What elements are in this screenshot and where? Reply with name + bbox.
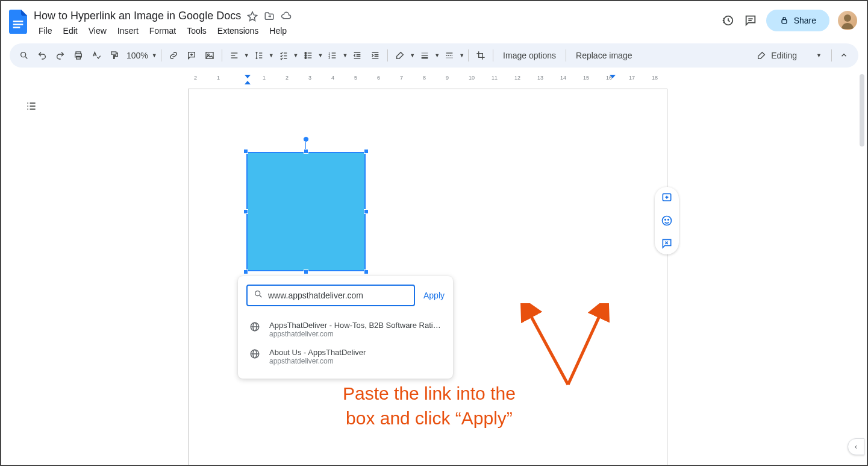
insert-link-icon[interactable] — [165, 47, 182, 64]
svg-point-31 — [305, 57, 307, 59]
vertical-scrollbar[interactable] — [858, 71, 866, 464]
ruler-tick: 6 — [377, 75, 380, 81]
insert-image-icon[interactable] — [201, 47, 218, 64]
first-line-indent[interactable] — [245, 75, 251, 78]
editing-label: Editing — [771, 51, 797, 60]
suggest-edits-icon[interactable] — [660, 236, 674, 251]
bullets-dropdown[interactable]: ▼ — [300, 47, 323, 64]
undo-icon[interactable] — [34, 47, 51, 64]
resize-handle-br[interactable] — [364, 269, 369, 274]
suggestion-text: AppsThatDeliver - How-Tos, B2B Software … — [269, 321, 442, 338]
menu-tools[interactable]: Tools — [182, 24, 211, 38]
ruler-tick: 18 — [652, 75, 658, 81]
numbers-dropdown[interactable]: 123▼ — [324, 47, 348, 64]
ruler-tick: 8 — [423, 75, 426, 81]
menu-edit[interactable]: Edit — [58, 24, 83, 38]
checklist-dropdown[interactable]: ▼ — [275, 47, 299, 64]
suggestion-url: appsthatdeliver.com — [269, 357, 366, 365]
border-color-dropdown[interactable]: ▼ — [392, 47, 415, 64]
ruler-tick: 14 — [560, 75, 566, 81]
print-icon[interactable] — [70, 47, 87, 64]
doc-title[interactable]: How to Hyperlink an Image in Google Docs — [34, 10, 241, 22]
docs-logo[interactable] — [6, 10, 30, 34]
menu-insert[interactable]: Insert — [113, 24, 143, 38]
resize-handle-tl[interactable] — [243, 149, 248, 154]
link-url-input[interactable] — [268, 291, 408, 300]
chevron-down-icon: ▼ — [342, 52, 348, 58]
chevron-down-icon: ▼ — [152, 52, 157, 58]
border-weight-dropdown[interactable]: ▼ — [416, 47, 440, 64]
apply-button[interactable]: Apply — [423, 291, 445, 300]
ruler-tick: 17 — [629, 75, 635, 81]
svg-point-74 — [665, 219, 666, 221]
link-popup: Apply AppsThatDeliver - How-Tos, B2B Sof… — [238, 276, 453, 379]
menu-view[interactable]: View — [84, 24, 111, 38]
vertical-ruler[interactable] — [2, 89, 12, 465]
toolbar: 100% ▼ ▼ ▼ ▼ ▼ 123▼ ▼ ▼ ▼ Image options … — [10, 43, 858, 68]
cloud-icon[interactable] — [281, 11, 292, 22]
linespacing-dropdown[interactable]: ▼ — [251, 47, 274, 64]
image-options-button[interactable]: Image options — [497, 51, 562, 60]
menu-file[interactable]: File — [34, 24, 57, 38]
redo-icon[interactable] — [52, 47, 69, 64]
align-dropdown[interactable]: ▼ — [226, 47, 249, 64]
svg-point-7 — [844, 14, 851, 22]
editing-mode-button[interactable]: Editing ▼ — [751, 51, 828, 60]
share-button[interactable]: Share — [766, 10, 829, 31]
annotation-text: Paste the link into the box and click “A… — [343, 382, 516, 430]
bullets-icon — [300, 47, 317, 64]
history-icon[interactable] — [720, 13, 735, 28]
avatar[interactable] — [838, 11, 857, 30]
chevron-down-icon: ▼ — [434, 52, 440, 58]
menu-extensions[interactable]: Extensions — [213, 24, 263, 38]
crop-icon[interactable] — [472, 47, 489, 64]
link-input-wrap[interactable] — [246, 285, 415, 306]
side-panel-toggle[interactable]: ‹ — [848, 438, 864, 455]
menu-format[interactable]: Format — [145, 24, 181, 38]
left-indent[interactable] — [245, 81, 251, 84]
svg-point-75 — [668, 219, 669, 221]
search-menus-icon[interactable] — [16, 47, 33, 64]
border-weight-icon — [416, 47, 433, 64]
move-icon[interactable] — [264, 11, 275, 22]
svg-rect-1 — [13, 24, 23, 25]
ruler-tick: 2 — [194, 75, 197, 81]
spellcheck-icon[interactable] — [88, 47, 105, 64]
svg-rect-13 — [111, 52, 116, 54]
add-comment-icon[interactable] — [183, 47, 200, 64]
collapse-toolbar-icon[interactable] — [835, 47, 852, 64]
outline-button[interactable] — [23, 98, 40, 115]
rotate-handle[interactable] — [303, 136, 309, 142]
ruler-tick: 4 — [331, 75, 334, 81]
border-dash-dropdown[interactable]: ▼ — [441, 47, 464, 64]
scrollbar-thumb[interactable] — [860, 74, 864, 146]
suggestion-item[interactable]: AppsThatDeliver - How-Tos, B2B Software … — [246, 316, 445, 343]
replace-image-button[interactable]: Replace image — [570, 51, 638, 60]
resize-handle-tm[interactable] — [304, 149, 308, 154]
separator — [222, 49, 222, 61]
horizontal-ruler[interactable]: 21123456789101112131415161718 — [188, 75, 856, 84]
resize-handle-mr[interactable] — [364, 209, 369, 214]
resize-handle-tr[interactable] — [364, 149, 369, 154]
document-page[interactable]: Apply AppsThatDeliver - How-Tos, B2B Sof… — [188, 89, 667, 466]
emoji-reaction-icon[interactable] — [660, 213, 674, 228]
star-icon[interactable] — [247, 11, 258, 22]
ruler-tick: 12 — [514, 75, 520, 81]
indent-increase-icon[interactable] — [367, 47, 384, 64]
suggestion-item[interactable]: About Us - AppsThatDeliver appsthatdeliv… — [246, 343, 445, 370]
ruler-tick: 3 — [308, 75, 311, 81]
suggestion-title: About Us - AppsThatDeliver — [269, 348, 366, 357]
separator — [831, 49, 832, 61]
comments-icon[interactable] — [743, 13, 758, 28]
resize-handle-bm[interactable] — [304, 269, 308, 274]
resize-handle-bl[interactable] — [243, 269, 248, 274]
paint-format-icon[interactable] — [106, 47, 123, 64]
zoom-dropdown[interactable]: 100% ▼ — [124, 47, 157, 64]
ruler-tick: 2 — [286, 75, 289, 81]
indent-decrease-icon[interactable] — [349, 47, 366, 64]
share-label: Share — [794, 16, 816, 25]
add-comment-icon[interactable] — [660, 190, 674, 205]
resize-handle-ml[interactable] — [243, 209, 248, 214]
menu-help[interactable]: Help — [264, 24, 292, 38]
selected-image[interactable] — [246, 152, 366, 271]
